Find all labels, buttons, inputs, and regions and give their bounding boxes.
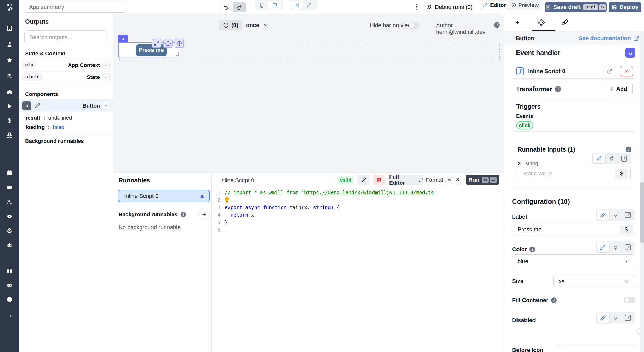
- expand-chevron-button[interactable]: [102, 61, 110, 69]
- center-align-button[interactable]: [290, 1, 303, 10]
- tab-component-settings[interactable]: [536, 17, 546, 28]
- ai-assist-button[interactable]: [358, 175, 369, 185]
- save-draft-button[interactable]: Save draft CtrlS: [545, 2, 607, 12]
- panel-scrollbar[interactable]: [640, 31, 644, 352]
- tab-editor[interactable]: Editor: [480, 1, 509, 10]
- eval-mode-button[interactable]: ƒ: [622, 313, 634, 323]
- fill-container-toggle[interactable]: [624, 297, 635, 303]
- state-context-row-state[interactable]: state State: [19, 71, 113, 83]
- code-line[interactable]: 1 // import * as wmill from "https://den…: [212, 189, 503, 196]
- sidebar-item-gear[interactable]: ⚙: [0, 226, 19, 236]
- color-info-icon[interactable]: i: [529, 247, 535, 252]
- runnable-item-inline-script-0[interactable]: Inline Script 0 a: [118, 190, 210, 202]
- sidebar-item-user-cog[interactable]: [0, 197, 19, 207]
- resize-handle[interactable]: [176, 52, 179, 56]
- transformer-info-icon[interactable]: i: [555, 86, 561, 92]
- component-tag[interactable]: a: [118, 35, 128, 42]
- size-select[interactable]: xs: [553, 275, 635, 288]
- eval-mode-button[interactable]: ƒ: [618, 154, 630, 163]
- collapse-chevron-button[interactable]: [102, 102, 110, 110]
- static-mode-button[interactable]: [593, 154, 605, 163]
- connect-mode-button[interactable]: [605, 154, 618, 163]
- hide-bar-toggle[interactable]: [409, 22, 420, 29]
- color-select[interactable]: blue: [512, 254, 635, 268]
- format-button[interactable]: Format ⌘S: [427, 175, 461, 185]
- static-value-input[interactable]: Static value $: [517, 167, 631, 180]
- static-mode-button[interactable]: [597, 210, 609, 220]
- event-handler-script-row[interactable]: ƒ Inline Script 0 ×: [513, 64, 635, 79]
- code-line[interactable]: 4 return x: [212, 211, 503, 218]
- tab-insert-component[interactable]: +: [512, 17, 523, 28]
- sidebar-item-calendar[interactable]: [0, 168, 19, 178]
- eval-mode-button[interactable]: ƒ: [622, 210, 634, 220]
- background-info-icon[interactable]: i: [181, 212, 186, 217]
- sidebar-item-home[interactable]: [0, 87, 19, 97]
- static-mode-button[interactable]: [597, 313, 609, 323]
- code-line[interactable]: 6: [212, 226, 503, 233]
- sidebar-item-building[interactable]: [0, 23, 19, 33]
- fill-container-info-icon[interactable]: i: [551, 297, 557, 303]
- scrollbar-thumb[interactable]: [640, 182, 644, 243]
- connect-mode-button[interactable]: [609, 210, 622, 220]
- undo-button[interactable]: [219, 2, 233, 12]
- edit-id-icon[interactable]: [35, 103, 40, 109]
- refresh-count-button[interactable]: (0): [219, 20, 242, 30]
- eval-mode-button[interactable]: ƒ: [622, 242, 634, 252]
- add-background-runnable-button[interactable]: +: [198, 209, 210, 220]
- desktop-view-button[interactable]: [268, 1, 281, 10]
- fullwidth-button[interactable]: [303, 1, 315, 10]
- label-input[interactable]: Press me $: [512, 223, 635, 236]
- add-transformer-button[interactable]: + Add: [605, 83, 633, 95]
- tab-styling[interactable]: [560, 17, 570, 28]
- code-line[interactable]: 2: [212, 196, 503, 204]
- sidebar-item-arrow-right[interactable]: →: [0, 310, 19, 320]
- sidebar-item-github[interactable]: [0, 294, 19, 304]
- refresh-mode-dropdown[interactable]: once: [246, 20, 268, 30]
- runnable-inputs-info-icon[interactable]: i: [626, 147, 631, 152]
- sidebar-item-dollar[interactable]: $: [0, 116, 19, 126]
- deploy-button[interactable]: Deploy: [609, 2, 641, 12]
- sidebar-item-book[interactable]: [0, 266, 19, 277]
- debug-runs-button[interactable]: Debug runs (0): [426, 2, 473, 12]
- sidebar-item-star[interactable]: [0, 55, 19, 65]
- see-documentation-link[interactable]: See documentation: [579, 35, 639, 42]
- connect-mode-button[interactable]: [609, 313, 622, 323]
- code-line[interactable]: 3 export async function main(x: string) …: [212, 204, 503, 211]
- connect-mode-button[interactable]: [609, 242, 622, 252]
- author-info-icon[interactable]: i: [494, 22, 500, 28]
- run-button[interactable]: Run ⌘↵: [466, 175, 499, 185]
- full-editor-button[interactable]: Full Editor: [389, 175, 423, 185]
- tab-preview[interactable]: Preview: [509, 1, 541, 10]
- sidebar-item-users[interactable]: [0, 71, 19, 81]
- delete-script-button[interactable]: [373, 175, 385, 185]
- press-me-button[interactable]: Press me: [136, 44, 167, 56]
- app-summary-input[interactable]: [25, 2, 126, 13]
- sidebar-item-play[interactable]: [0, 101, 19, 111]
- script-name-input[interactable]: [216, 175, 332, 186]
- sidebar-item-bot[interactable]: [0, 240, 19, 250]
- expand-handle-button[interactable]: [152, 39, 161, 48]
- before-icon-select[interactable]: [558, 345, 635, 352]
- code-editor-content[interactable]: 1 // import * as wmill from "https://den…: [212, 189, 503, 233]
- template-dollar-button[interactable]: $: [615, 169, 628, 179]
- mobile-view-button[interactable]: [255, 1, 268, 10]
- expand-chevron-button[interactable]: [102, 73, 110, 81]
- remove-script-button[interactable]: ×: [620, 66, 633, 76]
- static-mode-button[interactable]: [597, 242, 609, 252]
- more-menu-button[interactable]: ⋮: [412, 1, 422, 12]
- open-script-button[interactable]: [604, 66, 616, 76]
- state-context-row-ctx[interactable]: ctx App Context: [19, 59, 113, 71]
- lightbulb-icon[interactable]: [225, 197, 229, 203]
- sidebar-item-discord[interactable]: [0, 280, 19, 291]
- sidebar-item-folder[interactable]: [0, 182, 19, 193]
- anchor-handle-button[interactable]: [163, 39, 173, 48]
- code-line[interactable]: 5 }: [212, 218, 503, 226]
- sidebar-item-boxes[interactable]: [0, 130, 19, 140]
- component-row-header[interactable]: a Button: [19, 99, 113, 112]
- search-outputs-input[interactable]: [24, 30, 107, 44]
- sidebar-item-user[interactable]: [0, 39, 19, 49]
- redo-button[interactable]: [233, 2, 246, 12]
- label-dollar-button[interactable]: $: [620, 225, 633, 234]
- app-canvas[interactable]: (0) once Hide bar on view Author henri@w…: [113, 14, 503, 172]
- move-handle-button[interactable]: [175, 39, 184, 48]
